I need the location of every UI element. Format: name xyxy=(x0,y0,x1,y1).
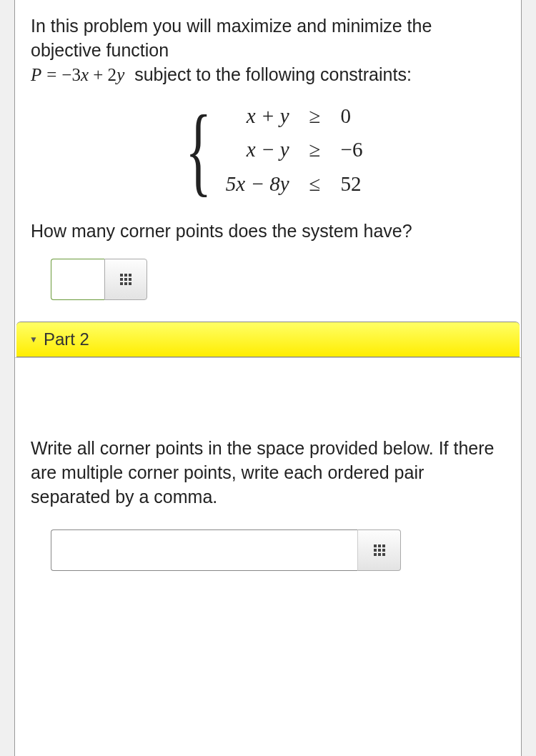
constraint-lhs: x − y xyxy=(216,133,299,166)
constraint-op: ≥ xyxy=(299,99,331,133)
answer1-row xyxy=(51,259,505,300)
intro-line1: In this problem you will maximize and mi… xyxy=(31,16,432,60)
constraint-rhs: 0 xyxy=(331,99,373,133)
part1-section: In this problem you will maximize and mi… xyxy=(15,0,521,316)
constraint-op: ≤ xyxy=(299,167,331,201)
constraint-lhs: 5x − 8y xyxy=(216,167,299,201)
constraint-rhs: 52 xyxy=(331,167,373,201)
part2-label: Part 2 xyxy=(44,329,89,349)
grid-icon xyxy=(374,544,385,556)
obj-lhs: P xyxy=(31,65,41,84)
intro-line2: subject to the following constraints: xyxy=(134,64,412,84)
corner-count-input[interactable] xyxy=(51,259,104,300)
constraint-op: ≥ xyxy=(299,133,331,166)
keypad-button[interactable] xyxy=(104,259,147,300)
keypad-button[interactable] xyxy=(358,529,401,571)
intro-text: In this problem you will maximize and mi… xyxy=(31,14,505,86)
constraint-row: 5x − 8y ≤ 52 xyxy=(216,167,373,201)
constraint-rhs: −6 xyxy=(331,133,373,166)
constraint-row: x − y ≥ −6 xyxy=(216,133,373,166)
question1-text: How many corner points does the system h… xyxy=(31,219,505,244)
question2-text: Write all corner points in the space pro… xyxy=(31,437,505,509)
part2-section: Write all corner points in the space pro… xyxy=(15,357,521,592)
constraint-row: x + y ≥ 0 xyxy=(216,99,373,133)
obj-rhs: −3x + 2y xyxy=(61,65,124,84)
constraints-block: { x + y ≥ 0 x − y ≥ −6 5x − 8y ≤ xyxy=(31,99,505,200)
chevron-down-icon: ▼ xyxy=(29,334,38,344)
constraints-table: x + y ≥ 0 x − y ≥ −6 5x − 8y ≤ 52 xyxy=(216,99,373,200)
problem-panel: In this problem you will maximize and mi… xyxy=(14,0,522,756)
grid-icon xyxy=(120,274,131,285)
part2-header[interactable]: ▼ Part 2 xyxy=(16,322,520,357)
left-brace-icon: { xyxy=(185,107,212,192)
obj-eq: = xyxy=(46,65,56,84)
corner-points-input[interactable] xyxy=(51,529,358,571)
answer2-row xyxy=(51,529,505,571)
constraint-lhs: x + y xyxy=(216,99,299,133)
